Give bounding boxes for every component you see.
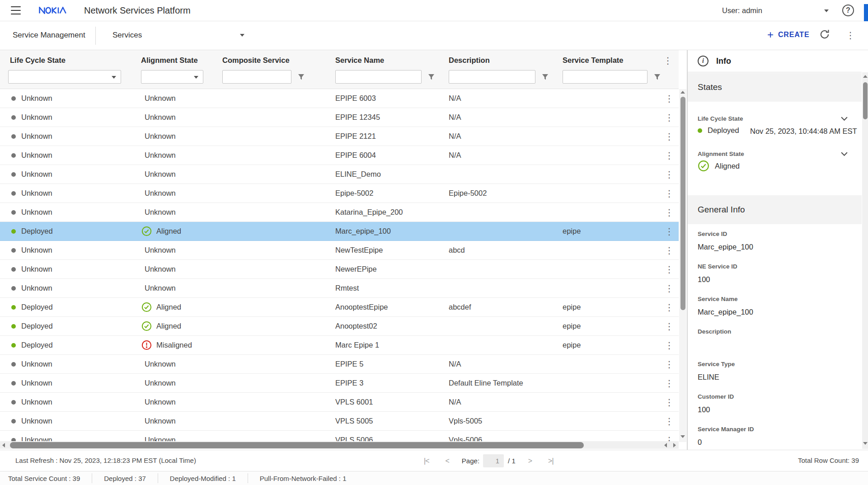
filter-funnel-icon[interactable] <box>428 74 435 80</box>
table-row[interactable]: UnknownUnknownKatarina_Epipe_200⋮ <box>0 203 679 222</box>
alignment-state-text: Unknown <box>145 246 176 254</box>
filter-funnel-icon[interactable] <box>542 74 549 80</box>
info-field-label: Customer ID <box>698 393 853 401</box>
filter-funnel-icon[interactable] <box>298 74 305 80</box>
composite-filter-input[interactable] <box>222 70 291 84</box>
info-panel-title: Info <box>716 57 731 66</box>
column-header-template[interactable]: Service Template <box>563 56 660 65</box>
row-actions-kebab-icon[interactable]: ⋮ <box>665 170 674 179</box>
table-row[interactable]: UnknownUnknownNewTestEpipeabcd⋮ <box>0 241 679 260</box>
template-filter-input[interactable] <box>563 70 647 84</box>
table-row[interactable]: UnknownUnknownEpipe-5002Epipe-5002⋮ <box>0 184 679 203</box>
row-actions-kebab-icon[interactable]: ⋮ <box>665 303 674 312</box>
table-row[interactable]: DeployedAlignedMarc_epipe_100epipe⋮ <box>0 222 679 241</box>
first-page-button[interactable]: |< <box>424 457 429 465</box>
table-row[interactable]: UnknownUnknownNewerEPipe⋮ <box>0 260 679 279</box>
row-actions-kebab-icon[interactable]: ⋮ <box>665 151 674 160</box>
lifecycle-chevron-down-icon[interactable] <box>840 115 848 123</box>
row-actions-kebab-icon[interactable]: ⋮ <box>665 379 674 388</box>
scroll-down-arrow-icon[interactable] <box>680 435 685 438</box>
horizontal-scrollbar-thumb[interactable] <box>10 442 584 448</box>
table-row[interactable]: UnknownUnknownEPIPE 6003N/A⋮ <box>0 89 679 108</box>
service-name-cell: EPIPE 6004 <box>335 151 449 160</box>
row-actions-kebab-icon[interactable]: ⋮ <box>665 132 674 141</box>
panel-scrollbar-thumb[interactable] <box>863 82 868 119</box>
page-label: Page: <box>462 457 479 465</box>
scroll-up-arrow-icon[interactable] <box>680 91 685 94</box>
table-settings-kebab-icon[interactable]: ⋮ <box>663 56 672 65</box>
table-row[interactable]: UnknownUnknownEPIPE 5N/A⋮ <box>0 355 679 374</box>
table-row[interactable]: DeployedMisalignedMarc Epipe 1epipe⋮ <box>0 336 679 355</box>
column-header-composite[interactable]: Composite Service <box>222 56 335 65</box>
view-selector[interactable]: Services <box>113 31 248 40</box>
row-actions-kebab-icon[interactable]: ⋮ <box>665 189 674 198</box>
scroll-left-arrow-icon[interactable] <box>2 443 5 447</box>
refresh-icon[interactable] <box>819 28 831 41</box>
info-field-value: ELINE <box>698 373 853 382</box>
row-actions-kebab-icon[interactable]: ⋮ <box>665 113 674 122</box>
filter-funnel-icon[interactable] <box>654 74 661 80</box>
scroll-left-arrow-icon[interactable] <box>664 443 667 447</box>
alignment-state-text: Misaligned <box>156 341 192 349</box>
toolbar-kebab-icon[interactable]: ⋮ <box>846 31 855 40</box>
table-row[interactable]: UnknownUnknownEPIPE 6004N/A⋮ <box>0 146 679 165</box>
table-row[interactable]: UnknownUnknownVPLS 5006Vpls-5006⋮ <box>0 431 679 442</box>
lifecycle-state-dot-icon <box>11 153 16 158</box>
user-menu-label[interactable]: User: admin <box>722 6 762 15</box>
alignment-filter-select[interactable] <box>141 70 203 84</box>
table-row[interactable]: DeployedAlignedAnooptestEpipeabcdefepipe… <box>0 298 679 317</box>
scroll-down-arrow-icon[interactable] <box>863 442 868 445</box>
row-actions-kebab-icon[interactable]: ⋮ <box>665 265 674 274</box>
lifecycle-cell: Deployed <box>0 322 141 330</box>
page-scrollbar-thumb[interactable] <box>864 4 868 22</box>
help-icon[interactable]: ? <box>842 5 854 16</box>
table-row[interactable]: UnknownUnknownRmtest⋮ <box>0 279 679 298</box>
alignment-cell: Aligned <box>141 226 222 236</box>
alignment-cell: Unknown <box>141 246 222 254</box>
alignment-chevron-down-icon[interactable] <box>840 150 848 158</box>
table-row[interactable]: UnknownUnknownVPLS 5005Vpls-5005⋮ <box>0 412 679 431</box>
column-header-alignment[interactable]: Alignment State <box>141 56 222 65</box>
total-row-count: Total Row Count: 39 <box>798 457 859 464</box>
lifecycle-state-text: Unknown <box>21 94 52 103</box>
info-field: Service IDMarc_epipe_100 <box>698 231 853 252</box>
user-menu-caret-icon[interactable] <box>824 9 829 12</box>
row-actions-kebab-icon[interactable]: ⋮ <box>665 284 674 293</box>
table-row[interactable]: UnknownUnknownELINE_Demo⋮ <box>0 165 679 184</box>
page-number-input[interactable]: 1 <box>483 454 504 467</box>
column-header-description[interactable]: Description <box>449 56 563 65</box>
row-actions-kebab-icon[interactable]: ⋮ <box>665 227 674 236</box>
table-row[interactable]: UnknownUnknownVPLS 6001N/A⋮ <box>0 393 679 412</box>
scroll-right-arrow-icon[interactable] <box>673 443 676 447</box>
hamburger-menu-icon[interactable] <box>11 6 21 14</box>
next-page-button[interactable]: > <box>528 457 532 465</box>
vertical-scrollbar-thumb[interactable] <box>680 97 685 310</box>
row-actions-kebab-icon[interactable]: ⋮ <box>665 208 674 217</box>
lifecycle-filter-select[interactable] <box>8 70 121 84</box>
column-header-lifecycle[interactable]: Life Cycle State <box>0 56 141 65</box>
table-row[interactable]: UnknownUnknownEPIPE 2121N/A⋮ <box>0 127 679 146</box>
last-page-button[interactable]: >| <box>548 457 554 465</box>
column-header-name[interactable]: Service Name <box>335 56 449 65</box>
create-button[interactable]: + CREATE <box>767 29 809 40</box>
row-actions-kebab-icon[interactable]: ⋮ <box>665 398 674 407</box>
row-actions-kebab-icon[interactable]: ⋮ <box>665 322 674 331</box>
row-actions-kebab-icon[interactable]: ⋮ <box>665 417 674 426</box>
name-filter-input[interactable] <box>335 70 422 84</box>
scroll-up-arrow-icon[interactable] <box>863 75 868 78</box>
description-filter-input[interactable] <box>449 70 535 84</box>
table-row[interactable]: DeployedAlignedAnooptest02epipe⋮ <box>0 317 679 336</box>
lifecycle-state-dot-icon <box>11 172 16 177</box>
breadcrumb: Service Management <box>13 31 85 40</box>
previous-page-button[interactable]: < <box>446 457 449 465</box>
row-actions-kebab-icon[interactable]: ⋮ <box>665 360 674 369</box>
lifecycle-state-dot-icon <box>11 305 16 310</box>
row-actions-kebab-icon[interactable]: ⋮ <box>665 341 674 350</box>
row-actions-kebab-icon[interactable]: ⋮ <box>665 246 674 255</box>
lifecycle-state-value: Deployed <box>698 126 739 135</box>
lifecycle-state-text: Unknown <box>21 189 52 198</box>
table-row[interactable]: UnknownUnknownEPIPE 12345N/A⋮ <box>0 108 679 127</box>
table-row[interactable]: UnknownUnknownEPIPE 3Default Eline Templ… <box>0 374 679 393</box>
lifecycle-state-text: Unknown <box>21 398 52 406</box>
row-actions-kebab-icon[interactable]: ⋮ <box>665 94 674 103</box>
